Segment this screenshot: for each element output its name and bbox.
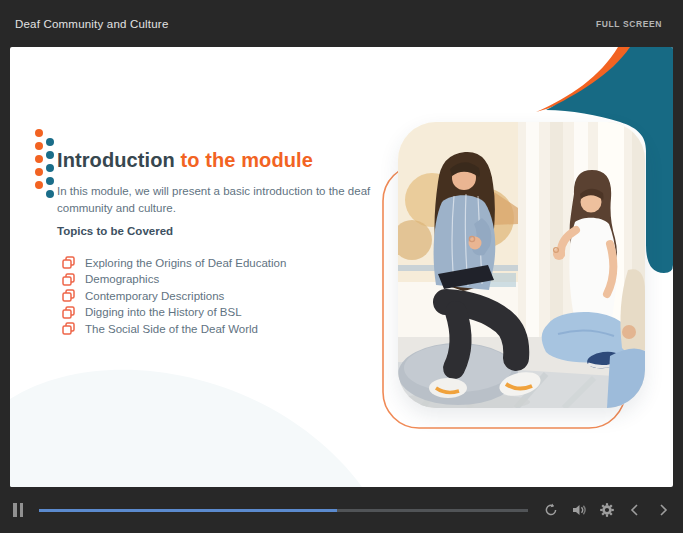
slide-heading: Introduction to the module: [57, 149, 313, 172]
gear-icon: [600, 503, 614, 517]
pause-icon: [13, 503, 17, 517]
course-player-window: Deaf Community and Culture FULL SCREEN I…: [0, 0, 683, 533]
topic-item: The Social Side of the Deaf World: [62, 322, 286, 335]
volume-button[interactable]: [571, 503, 586, 518]
intro-paragraph: In this module, we will present a basic …: [57, 183, 391, 217]
copy-icon: [62, 306, 75, 319]
slide-photo: [398, 122, 645, 408]
fullscreen-button[interactable]: FULL SCREEN: [590, 18, 668, 30]
pause-icon: [20, 503, 24, 517]
slide-canvas: Introduction to the module In this modul…: [10, 47, 673, 487]
orange-stripe-decoration: [536, 47, 632, 112]
replay-icon: [544, 503, 558, 517]
previous-button[interactable]: [627, 503, 642, 518]
topic-item: Exploring the Origins of Deaf Education: [62, 256, 286, 269]
progress-bar[interactable]: [39, 509, 528, 512]
course-title: Deaf Community and Culture: [15, 18, 169, 30]
topics-list: Exploring the Origins of Deaf Education …: [62, 256, 286, 339]
topic-item: Contemporary Descriptions: [62, 289, 286, 302]
topic-label: The Social Side of the Deaf World: [85, 323, 258, 335]
next-button[interactable]: [655, 503, 670, 518]
replay-button[interactable]: [543, 503, 558, 518]
copy-icon: [62, 289, 75, 302]
top-bar: Deaf Community and Culture FULL SCREEN: [0, 0, 683, 47]
chevron-right-icon: [656, 503, 670, 517]
light-blob-decoration: [10, 370, 362, 487]
heading-primary: Introduction: [57, 149, 175, 171]
player-controls: [543, 503, 670, 518]
pause-button[interactable]: [13, 503, 25, 517]
copy-icon: [62, 273, 75, 286]
orange-dots-column: [35, 129, 43, 189]
topic-label: Exploring the Origins of Deaf Education: [85, 257, 286, 269]
copy-icon: [62, 256, 75, 269]
topic-label: Demographics: [85, 273, 159, 285]
settings-button[interactable]: [599, 503, 614, 518]
teal-dots-column: [46, 138, 54, 198]
volume-icon: [572, 503, 586, 517]
topic-item: Digging into the History of BSL: [62, 306, 286, 319]
player-bar: [0, 487, 683, 533]
topic-label: Contemporary Descriptions: [85, 290, 224, 302]
copy-icon: [62, 322, 75, 335]
progress-fill: [39, 509, 337, 512]
heading-accent: to the module: [181, 149, 313, 171]
topics-heading: Topics to be Covered: [57, 225, 173, 237]
chevron-left-icon: [628, 503, 642, 517]
photo-illustration: [398, 122, 645, 408]
topic-label: Digging into the History of BSL: [85, 306, 242, 318]
dots-decoration: [35, 129, 57, 199]
topic-item: Demographics: [62, 273, 286, 286]
